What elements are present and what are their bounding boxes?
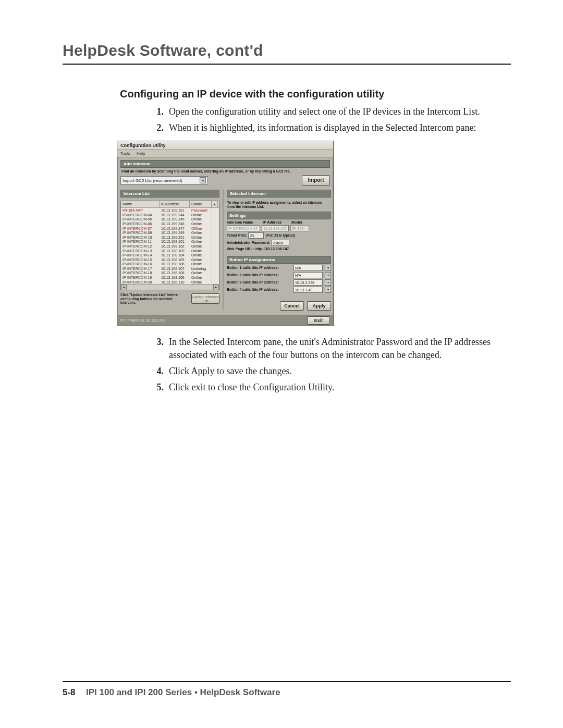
intercom-table: Name IP Address Status ▴ IPI-104-AAP10.1… xyxy=(120,201,219,290)
step-text: Click exit to close the Configuration Ut… xyxy=(169,381,334,394)
apply-button[interactable]: Apply xyxy=(307,301,331,311)
update-intercom-list-button[interactable]: Update Intercom List xyxy=(191,293,219,304)
cancel-button[interactable]: Cancel xyxy=(280,301,304,311)
cell-status: Online xyxy=(190,230,212,235)
cell-ip: 10.13.198.105 xyxy=(160,257,190,262)
table-row[interactable]: IP-INTERCOM-1910.13.198.109Online xyxy=(121,275,219,280)
step-num: 2. xyxy=(151,121,164,134)
step-2: 2. When it is highlighted, its informati… xyxy=(151,121,511,134)
add-intercom-header: Add Intercom xyxy=(120,160,330,168)
table-row[interactable]: IP-INTERCOM-1710.13.198.107Listening xyxy=(121,266,219,271)
steps-list-cont: 3. In the Selected Intercom pane, the un… xyxy=(120,336,511,394)
button-ip-field[interactable]: 10.13.3.49 xyxy=(293,287,323,293)
telnet-port-field[interactable]: 23 xyxy=(248,232,264,239)
footer-text: IPI 100 and IPI 200 Series • HelpDesk So… xyxy=(86,687,280,697)
scroll-right-icon[interactable]: ▸ xyxy=(213,285,219,290)
intercom-name-label: Intercom Name xyxy=(227,220,261,224)
menu-bar: Tools Help xyxy=(117,150,333,157)
import-mode-select[interactable]: Import GC2 List (recommended) ▾ xyxy=(120,176,208,184)
cell-ip: 10.13.198.181 xyxy=(160,208,190,213)
col-status[interactable]: Status xyxy=(190,201,212,207)
table-row[interactable]: IP-INTERCOM-0910.13.199.249Online xyxy=(121,230,219,235)
cell-name: IP-INTERCOM-14 xyxy=(121,253,160,257)
table-row[interactable]: IP-INTERCOM-0610.13.199.246Online xyxy=(121,221,219,226)
table-row[interactable]: IP-INTERCOM-1410.13.198.104Online xyxy=(121,253,219,257)
table-row[interactable]: IP-INTERCOM-1010.13.199.251Online xyxy=(121,235,219,240)
cell-name: IP-INTERCOM-12 xyxy=(121,244,160,249)
cell-ip: 10.13.198.102 xyxy=(160,244,190,249)
cell-status: Online xyxy=(190,280,212,285)
cell-ip: 10.13.198.104 xyxy=(160,253,190,257)
cell-scroll xyxy=(212,213,218,217)
scroll-left-icon[interactable]: ◂ xyxy=(121,285,127,290)
settings-header: Settings xyxy=(227,212,331,219)
cell-name: IP-INTERCOM-06 xyxy=(121,221,160,226)
hscrollbar[interactable]: ◂ ▸ xyxy=(121,284,219,290)
cell-scroll xyxy=(212,230,218,235)
ip-address-field[interactable]: 10.13.198.107 xyxy=(262,225,289,231)
table-row[interactable]: IP-INTERCOM-1310.13.198.103Online xyxy=(121,249,219,253)
table-row[interactable]: IP-INTERCOM-1210.13.198.102Online xyxy=(121,244,219,249)
step-1: 1. Open the configuration utility and se… xyxy=(151,105,511,118)
cell-status: Password xyxy=(190,208,212,213)
button-ip-row: Button 3 calls this IP address:10.13.3.2… xyxy=(227,279,331,286)
table-row[interactable]: IP-INTERCOM-1510.13.198.105Online xyxy=(121,257,219,262)
cell-ip: 10.13.199.247 xyxy=(160,226,190,231)
chevron-down-icon[interactable]: ▾ xyxy=(325,265,331,271)
table-row[interactable]: IP-INTERCOM-0410.13.199.244Online xyxy=(121,213,219,217)
ip-address-label: IP Address xyxy=(263,220,290,224)
cell-status: Online xyxy=(190,235,212,240)
cell-scroll xyxy=(212,280,218,285)
step-text: Click Apply to save the changes. xyxy=(169,365,292,378)
step-num: 3. xyxy=(151,336,164,362)
cell-scroll xyxy=(212,275,218,280)
chevron-down-icon[interactable]: ▾ xyxy=(325,272,331,278)
button-ip-field[interactable]: 10.13.3.239 xyxy=(293,279,323,286)
config-utility-figure: Configuration Utility Tools Help Add Int… xyxy=(117,141,511,326)
step-text: In the Selected Intercom pane, the unit'… xyxy=(169,336,511,362)
col-name[interactable]: Name xyxy=(121,201,160,207)
cell-status: Online xyxy=(190,262,212,267)
table-row[interactable]: IP-INTERCOM-1810.13.198.108Online xyxy=(121,271,219,276)
col-ip[interactable]: IP Address xyxy=(160,201,190,207)
button-ip-field[interactable]: N/A xyxy=(293,265,323,271)
update-note: Click "Update Intercom List" before conf… xyxy=(120,293,188,304)
button-ip-row: Button 1 calls this IP address:N/A▾ xyxy=(227,265,331,271)
step-text: Open the configuration utility and selec… xyxy=(169,105,480,118)
exit-button[interactable]: Exit xyxy=(307,316,330,325)
cell-ip: 10.13.198.110 xyxy=(160,280,190,285)
step-5: 5. Click exit to close the Configuration… xyxy=(151,381,511,394)
table-row[interactable]: IPI-104-AAP10.13.198.181Password xyxy=(121,208,219,213)
import-button[interactable]: Import xyxy=(302,175,330,186)
chevron-down-icon[interactable]: ▾ xyxy=(325,279,331,286)
cell-scroll xyxy=(212,262,218,267)
button-ip-field[interactable]: N/A xyxy=(293,272,323,278)
menu-tools[interactable]: Tools xyxy=(120,151,130,156)
cell-status: Offline xyxy=(190,226,212,231)
cell-status: Online xyxy=(190,271,212,276)
cell-name: IP-INTERCOM-05 xyxy=(121,217,160,222)
cell-ip: 10.13.199.249 xyxy=(160,230,190,235)
menu-help[interactable]: Help xyxy=(137,151,145,156)
button-ip-label: Button 2 calls this IP address: xyxy=(227,273,291,277)
step-3: 3. In the Selected Intercom pane, the un… xyxy=(151,336,511,362)
table-row[interactable]: IP-INTERCOM-0710.13.199.247Offline xyxy=(121,226,219,231)
selected-intercom-header: Selected Intercom xyxy=(227,190,331,198)
table-row[interactable]: IP-INTERCOM-1110.13.198.101Online xyxy=(121,240,219,244)
cell-scroll xyxy=(212,257,218,262)
table-row[interactable]: IP-INTERCOM-1610.13.198.106Online xyxy=(121,262,219,267)
cell-name: IP-INTERCOM-11 xyxy=(121,240,160,244)
cell-status: Online xyxy=(190,213,212,217)
table-row[interactable]: IP-INTERCOM-2010.13.198.110Online xyxy=(121,280,219,285)
cell-ip: 10.13.199.251 xyxy=(160,235,190,240)
model-field: IPI 104 xyxy=(290,225,309,231)
sort-icon[interactable]: ▴ xyxy=(212,201,218,207)
admin-password-field[interactable]: extron xyxy=(272,240,289,246)
cell-scroll xyxy=(212,217,218,222)
intercom-name-field[interactable]: IP-INTERCOM-17 xyxy=(227,225,260,231)
telnet-port-label: Telnet Port: xyxy=(227,233,247,237)
chevron-down-icon[interactable]: ▾ xyxy=(325,287,331,293)
table-row[interactable]: IP-INTERCOM-0510.13.199.245Online xyxy=(121,217,219,222)
step-text: When it is highlighted, its information … xyxy=(169,121,476,134)
import-mode-value: Import GC2 List (recommended) xyxy=(123,178,182,183)
